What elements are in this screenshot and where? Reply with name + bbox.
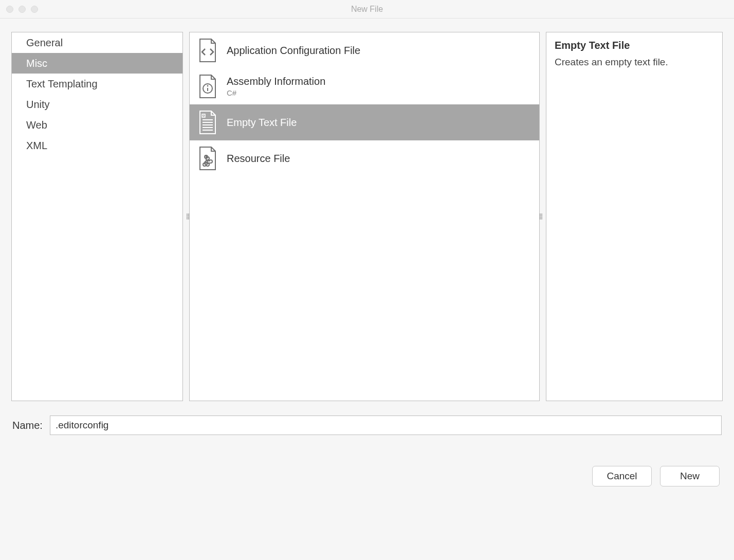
template-label: Resource File (227, 153, 290, 165)
category-label: General (26, 37, 63, 49)
template-sublabel: C# (227, 88, 325, 97)
template-label: Empty Text File (227, 117, 297, 129)
category-label: Unity (26, 99, 50, 111)
cancel-button-label: Cancel (607, 471, 637, 482)
description-panel: Empty Text File Creates an empty text fi… (546, 32, 723, 401)
template-item-resource-file[interactable]: Resource File (190, 140, 539, 176)
category-item-unity[interactable]: Unity (12, 94, 182, 115)
description-title: Empty Text File (555, 40, 714, 51)
category-label: Text Templating (26, 78, 98, 90)
splitter-handle-left[interactable] (187, 214, 189, 220)
command-file-icon (197, 146, 218, 171)
info-file-icon (197, 74, 218, 99)
new-button-label: New (680, 471, 700, 482)
text-file-icon: A (197, 110, 218, 135)
window-title: New File (0, 5, 734, 14)
template-item-app-config[interactable]: Application Configuration File (190, 32, 539, 68)
splitter-handle-right[interactable] (540, 214, 542, 220)
category-list: General Misc Text Templating Unity Web X… (11, 32, 183, 401)
template-label: Assembly Information (227, 76, 325, 87)
category-item-misc[interactable]: Misc (12, 53, 182, 74)
category-item-web[interactable]: Web (12, 115, 182, 135)
category-item-xml[interactable]: XML (12, 135, 182, 156)
category-item-general[interactable]: General (12, 32, 182, 53)
template-list: Application Configuration File Assembly … (189, 32, 540, 401)
template-item-empty-text[interactable]: A Empty Text File (190, 104, 539, 140)
svg-point-2 (207, 85, 209, 87)
name-label: Name: (12, 420, 43, 431)
new-button[interactable]: New (660, 466, 720, 486)
template-label: Application Configuration File (227, 45, 360, 57)
category-label: XML (26, 140, 47, 152)
cancel-button[interactable]: Cancel (592, 466, 652, 486)
name-input[interactable] (50, 416, 722, 435)
svg-text:A: A (203, 114, 205, 117)
titlebar: New File (0, 0, 734, 19)
category-label: Misc (26, 58, 47, 69)
code-file-icon (197, 38, 218, 63)
template-item-assembly-info[interactable]: Assembly Information C# (190, 68, 539, 104)
category-item-text-templating[interactable]: Text Templating (12, 74, 182, 94)
description-body: Creates an empty text file. (555, 57, 714, 68)
category-label: Web (26, 119, 47, 131)
